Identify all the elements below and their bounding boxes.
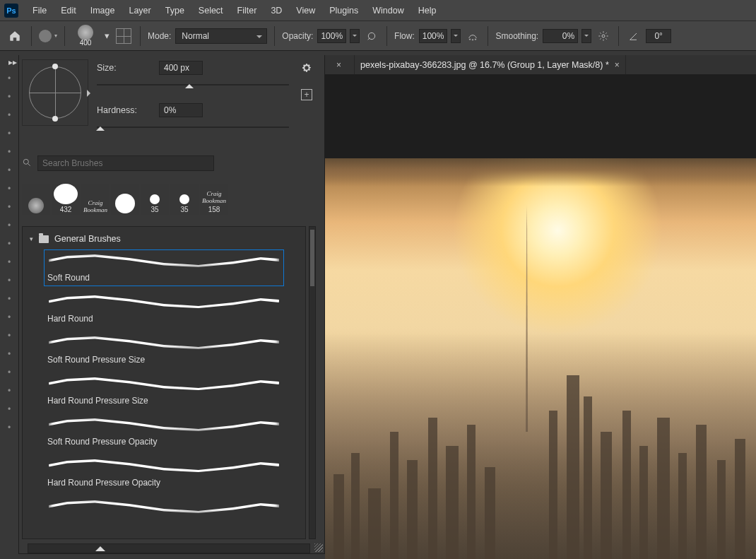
tool-stub[interactable]: • <box>0 235 18 253</box>
smoothing-value[interactable]: 0% <box>543 29 578 43</box>
tool-stub[interactable]: • <box>0 69 18 88</box>
tool-stub[interactable]: • <box>0 198 18 216</box>
tool-preset-picker[interactable]: ▾ <box>39 30 57 42</box>
tool-stub[interactable]: • <box>0 88 18 106</box>
brush-list-scrollbar[interactable] <box>309 226 316 539</box>
opacity-caret-icon[interactable] <box>350 29 360 43</box>
brush-tip-angle-widget[interactable] <box>22 59 88 126</box>
brush-group-header[interactable]: ▾ General Brushes <box>23 231 305 247</box>
tool-stub[interactable]: • <box>0 161 18 180</box>
folder-icon <box>39 235 49 243</box>
hardness-slider[interactable] <box>97 124 289 130</box>
menu-edit[interactable]: Edit <box>54 3 83 18</box>
panel-resize-handle[interactable] <box>314 543 323 552</box>
brush-panel-icon <box>116 28 131 44</box>
brush-item-label: Soft Round <box>45 270 283 286</box>
recent-brush-swatch[interactable]: 35 <box>141 184 169 215</box>
brush-settings-panel-button[interactable] <box>114 27 133 45</box>
options-bar: ▾ 400 ▾ Mode: Normal Opacity: 100% Flow:… <box>0 21 756 51</box>
brush-item[interactable]: Soft Round <box>44 249 284 286</box>
search-brushes-input[interactable] <box>37 155 214 171</box>
document-tab[interactable]: pexels-pixabay-366283.jpg @ 16.7% (Group… <box>355 55 626 74</box>
menu-help[interactable]: Help <box>411 3 444 18</box>
menu-type[interactable]: Type <box>158 3 191 18</box>
brush-item[interactable]: Soft Round Pressure Opacity <box>44 413 284 450</box>
tool-stub[interactable]: • <box>0 180 18 198</box>
tool-stub[interactable]: • <box>0 106 18 124</box>
brush-preset-caret-icon[interactable]: ▾ <box>103 27 110 45</box>
blend-mode-dropdown[interactable]: Normal <box>175 28 267 44</box>
expand-panels-icon[interactable]: ▸▸ <box>0 55 18 69</box>
tool-stub[interactable]: • <box>0 124 18 143</box>
brush-item-label: Hard Round Pressure Size <box>45 393 283 408</box>
panel-menu-icon[interactable] <box>301 62 312 73</box>
tool-stub[interactable]: • <box>0 400 18 418</box>
flow-caret-icon[interactable] <box>451 29 461 43</box>
brush-item[interactable]: Hard Round <box>44 290 284 327</box>
smoothing-caret-icon[interactable] <box>581 29 591 43</box>
close-icon[interactable]: × <box>336 60 341 70</box>
size-value[interactable]: 400 px <box>159 61 203 75</box>
airbrush-icon[interactable] <box>465 28 480 44</box>
brush-item-label: Hard Round Pressure Opacity <box>45 475 283 490</box>
brush-angle-icon[interactable] <box>626 28 642 44</box>
brush-icon <box>39 30 52 42</box>
size-slider[interactable] <box>97 82 289 88</box>
new-brush-icon[interactable]: + <box>301 89 312 100</box>
svg-point-4 <box>602 35 605 37</box>
divider <box>274 26 275 46</box>
brush-item[interactable] <box>44 495 284 517</box>
tool-stub[interactable]: • <box>0 326 18 345</box>
tool-stub[interactable]: • <box>0 345 18 363</box>
tool-stub[interactable]: • <box>0 418 18 437</box>
close-icon[interactable]: × <box>615 60 620 70</box>
recent-brush-swatch[interactable]: 35 <box>170 184 199 215</box>
brush-item-label: Hard Round <box>45 311 283 326</box>
menu-file[interactable]: File <box>25 3 54 18</box>
brush-preset-picker[interactable]: 400 <box>72 23 99 49</box>
recent-brush-swatch[interactable] <box>111 184 139 215</box>
hardness-label: Hardness: <box>97 105 153 115</box>
recent-brush-swatch[interactable] <box>22 184 50 215</box>
tool-stub[interactable]: • <box>0 308 18 326</box>
mode-label: Mode: <box>148 31 171 41</box>
smoothing-label: Smoothing: <box>495 31 538 41</box>
brush-item[interactable]: Hard Round Pressure Opacity <box>44 454 284 491</box>
tool-stub[interactable]: • <box>0 290 18 308</box>
menu-plugins[interactable]: Plugins <box>322 3 365 18</box>
tool-stub[interactable]: • <box>0 143 18 161</box>
recent-brush-swatch[interactable]: Craig Bookman <box>81 184 110 215</box>
document-tab-strip: ×pexels-pixabay-366283.jpg @ 16.7% (Grou… <box>325 55 756 75</box>
brush-item[interactable]: Soft Round Pressure Size <box>44 331 284 368</box>
menu-filter[interactable]: Filter <box>230 3 264 18</box>
tool-stub[interactable]: • <box>0 271 18 290</box>
brush-thumbnail-size-slider[interactable] <box>28 543 310 553</box>
brush-group-label: General Brushes <box>54 234 121 244</box>
opacity-value[interactable]: 100% <box>317 29 346 43</box>
brush-angle-value[interactable]: 0° <box>646 29 671 43</box>
smoothing-options-icon[interactable] <box>596 28 611 44</box>
menu-select[interactable]: Select <box>191 3 230 18</box>
home-icon[interactable] <box>6 27 24 45</box>
brush-item[interactable]: Hard Round Pressure Size <box>44 372 284 409</box>
size-control: Size: 400 px <box>97 61 289 88</box>
menu-window[interactable]: Window <box>365 3 411 18</box>
menu-view[interactable]: View <box>289 3 322 18</box>
menu-layer[interactable]: Layer <box>122 3 158 18</box>
flow-value[interactable]: 100% <box>419 29 448 43</box>
tool-stub[interactable]: • <box>0 382 18 400</box>
menu-image[interactable]: Image <box>83 3 122 18</box>
hardness-value[interactable]: 0% <box>159 103 203 117</box>
tool-stub[interactable]: • <box>0 216 18 235</box>
document-canvas[interactable] <box>325 75 756 559</box>
recent-brush-swatch[interactable]: Craig Bookman158 <box>200 184 228 215</box>
tool-stub[interactable]: • <box>0 253 18 271</box>
svg-point-2 <box>473 39 473 40</box>
tool-stub[interactable]: • <box>0 363 18 382</box>
recent-brush-swatch[interactable]: 432 <box>52 184 80 215</box>
document-tab[interactable]: × <box>325 55 355 74</box>
brush-size-number: 400 <box>80 39 92 47</box>
opacity-pressure-icon[interactable] <box>364 28 379 44</box>
hardness-control: Hardness: 0% <box>97 103 289 130</box>
menu-3d[interactable]: 3D <box>264 3 289 18</box>
